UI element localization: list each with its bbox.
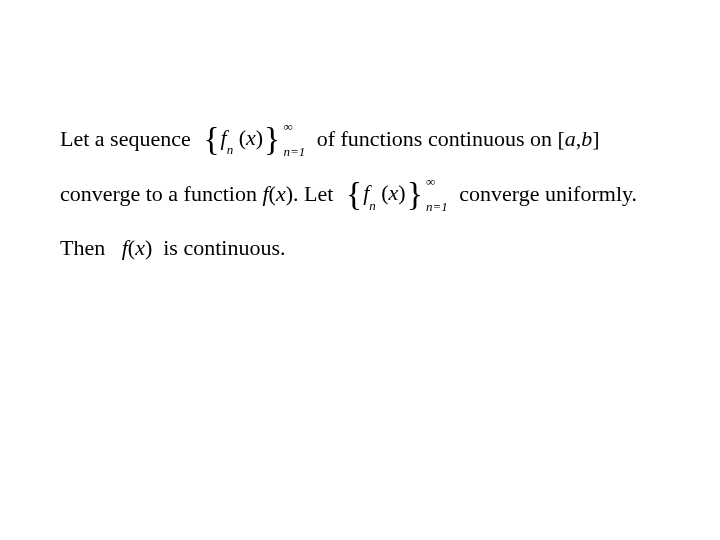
- text: ) is continuous.: [145, 230, 286, 265]
- upper-limit: ∞: [283, 120, 292, 133]
- fn-subscript: n: [227, 142, 234, 157]
- text: converge uniformly.: [454, 176, 637, 211]
- open-paren: (: [239, 125, 246, 150]
- lower-limit: n=1: [426, 200, 448, 213]
- right-brace-icon: }: [263, 122, 281, 156]
- text: ]: [592, 121, 599, 156]
- line-2: converge to a function f (x). Let { fn (…: [60, 175, 660, 212]
- line-3: Then f (x) is continuous.: [60, 230, 660, 265]
- text: Then: [60, 230, 122, 265]
- text: of functions continuous on [: [311, 121, 565, 156]
- fn-arg: x: [389, 180, 399, 205]
- text: Let a sequence: [60, 121, 196, 156]
- text: ). Let: [286, 176, 339, 211]
- function-symbol: fn (x): [221, 120, 264, 157]
- interval-b: b: [581, 121, 592, 156]
- close-paren: ): [398, 180, 405, 205]
- sequence-notation: { fn (x) } ∞ n=1: [202, 120, 305, 157]
- sequence-limits: ∞ n=1: [283, 122, 305, 156]
- left-brace-icon: {: [345, 177, 363, 211]
- slide: Let a sequence { fn (x) } ∞ n=1 of funct…: [0, 0, 720, 540]
- function-symbol: fn (x): [363, 175, 406, 212]
- interval-a: a: [565, 121, 576, 156]
- variable-x: x: [135, 230, 145, 265]
- line-1: Let a sequence { fn (x) } ∞ n=1 of funct…: [60, 120, 660, 157]
- open-paren: (: [381, 180, 388, 205]
- sequence-notation: { fn (x) } ∞ n=1: [345, 175, 448, 212]
- close-paren: ): [256, 125, 263, 150]
- sequence-limits: ∞ n=1: [426, 177, 448, 211]
- lower-limit: n=1: [283, 145, 305, 158]
- upper-limit: ∞: [426, 175, 435, 188]
- left-brace-icon: {: [202, 122, 220, 156]
- text: converge to a function: [60, 176, 262, 211]
- text: (: [269, 176, 276, 211]
- fn-arg: x: [246, 125, 256, 150]
- right-brace-icon: }: [406, 177, 424, 211]
- fn-letter: f: [221, 125, 227, 150]
- fn-subscript: n: [369, 198, 376, 213]
- variable-x: x: [276, 176, 286, 211]
